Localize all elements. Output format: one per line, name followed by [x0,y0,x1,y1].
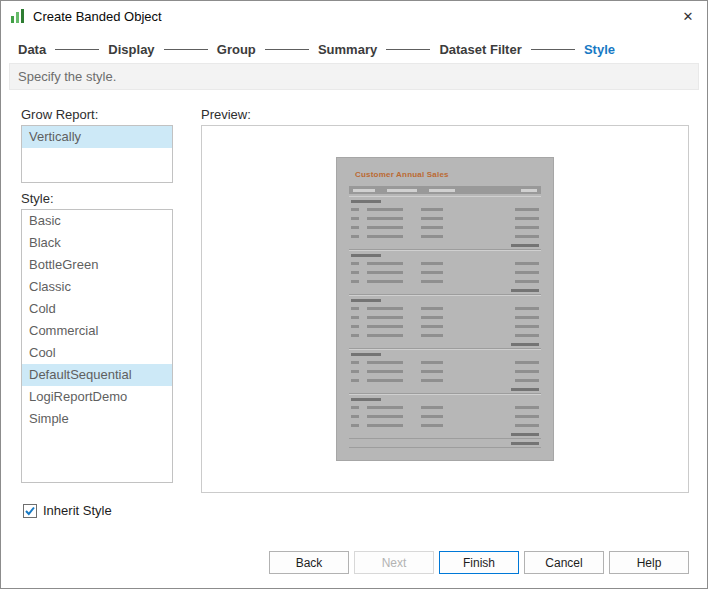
preview-label: Preview: [201,107,251,122]
style-option-logireportdemo[interactable]: LogiReportDemo [22,386,172,408]
preview-row [349,439,541,448]
preview-row [349,421,541,430]
preview-row [349,295,541,304]
preview-report-title: Customer Annual Sales [355,170,541,179]
preview-table-header [349,186,541,194]
preview-row [349,313,541,322]
style-option-cold[interactable]: Cold [22,298,172,320]
next-button: Next [354,551,434,574]
preview-row [349,277,541,286]
step-dataset-filter[interactable]: Dataset Filter [439,42,521,57]
preview-row [349,340,541,349]
grow-report-label: Grow Report: [21,107,98,122]
wizard-step-bar: Data Display Group Summary Dataset Filte… [1,38,707,60]
title-bar: Create Banded Object ✕ [1,1,707,31]
dialog-button-row: Back Next Finish Cancel Help [269,551,689,574]
step-display[interactable]: Display [108,42,154,57]
style-option-defaultsequential[interactable]: DefaultSequential [22,364,172,386]
style-label: Style: [21,191,54,206]
help-button[interactable]: Help [609,551,689,574]
preview-row [349,358,541,367]
preview-row [349,250,541,259]
preview-row [349,412,541,421]
checkbox-check-icon [23,504,37,518]
step-data[interactable]: Data [18,42,46,57]
style-option-simple[interactable]: Simple [22,408,172,430]
grow-report-option-vertically[interactable]: Vertically [22,126,172,148]
preview-row [349,331,541,340]
step-connector [531,49,575,50]
style-option-bottlegreen[interactable]: BottleGreen [22,254,172,276]
style-option-cool[interactable]: Cool [22,342,172,364]
preview-row [349,430,541,439]
inherit-style-label: Inherit Style [43,503,112,518]
cancel-button[interactable]: Cancel [524,551,604,574]
back-button[interactable]: Back [269,551,349,574]
preview-row [349,205,541,214]
style-option-black[interactable]: Black [22,232,172,254]
preview-row [349,367,541,376]
style-list[interactable]: Basic Black BottleGreen Classic Cold Com… [21,209,173,483]
preview-row [349,286,541,295]
content-panel: Grow Report: Vertically Style: Basic Bla… [9,91,699,536]
preview-row [349,304,541,313]
step-style[interactable]: Style [584,42,615,57]
step-connector [164,49,208,50]
preview-rows [349,196,541,448]
style-option-commercial[interactable]: Commercial [22,320,172,342]
step-connector [265,49,309,50]
preview-row [349,322,541,331]
preview-row [349,403,541,412]
finish-button[interactable]: Finish [439,551,519,574]
close-icon[interactable]: ✕ [669,1,707,31]
style-option-classic[interactable]: Classic [22,276,172,298]
step-summary[interactable]: Summary [318,42,377,57]
preview-row [349,376,541,385]
preview-row [349,196,541,205]
preview-area: Customer Annual Sales [201,125,689,493]
preview-row [349,349,541,358]
preview-row [349,259,541,268]
preview-row [349,241,541,250]
step-connector [55,49,99,50]
wizard-subtitle: Specify the style. [9,63,699,90]
step-group[interactable]: Group [217,42,256,57]
preview-row [349,394,541,403]
preview-row [349,268,541,277]
banded-object-icon [10,8,26,24]
preview-row [349,385,541,394]
window-title: Create Banded Object [33,9,162,24]
inherit-style-checkbox[interactable]: Inherit Style [23,503,112,518]
grow-report-list[interactable]: Vertically [21,125,173,183]
preview-row [349,214,541,223]
step-connector [386,49,430,50]
preview-row [349,232,541,241]
report-preview-thumbnail: Customer Annual Sales [337,158,553,460]
preview-row [349,223,541,232]
style-option-basic[interactable]: Basic [22,210,172,232]
